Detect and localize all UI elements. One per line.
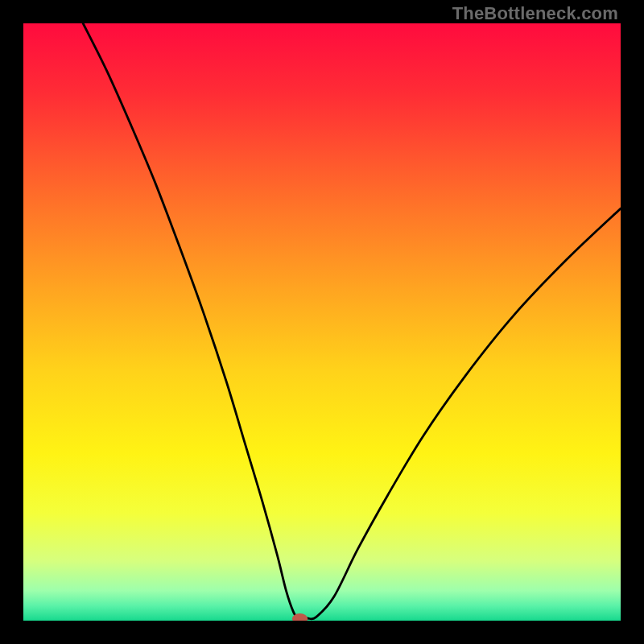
gradient-background [23,23,621,621]
plot-area [23,23,621,621]
chart-frame: TheBottleneck.com [0,0,644,644]
bottleneck-chart [23,23,621,621]
watermark-text: TheBottleneck.com [452,3,618,24]
